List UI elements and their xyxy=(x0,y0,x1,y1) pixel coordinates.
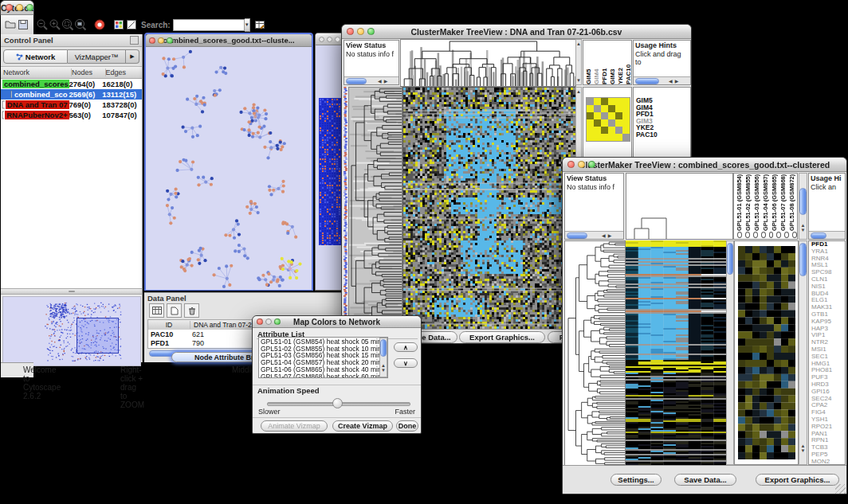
tab-overflow-arrow[interactable]: ▶ xyxy=(126,49,139,64)
close-button[interactable] xyxy=(6,4,13,11)
column-label[interactable]: PAC10 xyxy=(625,41,632,84)
array-label[interactable]: GPL51-08 (GSM872) xyxy=(787,174,796,231)
zoom-button[interactable] xyxy=(335,37,340,42)
array-label[interactable]: GPL51-03 (GSM856) xyxy=(752,174,761,231)
tab-vizmapper[interactable]: VizMapper™ xyxy=(68,49,126,64)
minimize-button[interactable] xyxy=(578,161,585,168)
dialog-titlebar[interactable]: Map Colors to Network xyxy=(253,316,421,328)
help-icon[interactable] xyxy=(93,18,106,33)
minimize-button[interactable] xyxy=(327,37,332,42)
array-label[interactable]: GPL51-01 (GSM854) xyxy=(735,174,744,231)
network-row[interactable]: RNAPuberNov2+ 563(0) 107847(0) xyxy=(1,110,142,120)
zoom-in-icon[interactable] xyxy=(49,18,61,33)
array-label[interactable]: GPL51-02 (GSM855) xyxy=(744,174,752,231)
float-panel-icon[interactable] xyxy=(130,36,139,45)
scroll-up-icon[interactable]: ▲ xyxy=(576,41,581,46)
minimize-button[interactable] xyxy=(158,37,164,44)
minimize-button[interactable] xyxy=(265,318,272,325)
save-data-button[interactable]: Save Data... xyxy=(674,474,736,486)
network-view-titlebar[interactable]: combined_scores_good.txt--cluste... xyxy=(146,34,312,47)
minimize-button[interactable] xyxy=(16,4,23,11)
scroll-down-icon[interactable]: ▼ xyxy=(380,368,387,373)
network-overview[interactable] xyxy=(2,296,141,366)
close-button[interactable] xyxy=(319,37,324,42)
column-label[interactable]: GIM5 xyxy=(585,41,593,84)
treeview1-gene-dendrogram[interactable] xyxy=(348,87,402,330)
scroll-left-icon[interactable]: ◀ xyxy=(602,233,606,238)
dense-network-canvas[interactable] xyxy=(319,98,341,245)
treeview2-detail-heatmap[interactable] xyxy=(738,246,795,459)
settings-button[interactable]: Settings... xyxy=(610,474,662,486)
open-file-icon[interactable] xyxy=(4,18,17,33)
move-up-button[interactable]: ∧ xyxy=(394,342,418,352)
zoom-button[interactable] xyxy=(588,161,595,168)
treeview2-titlebar[interactable]: ClusterMaker TreeView : combined_scores_… xyxy=(563,158,846,172)
network-row[interactable]: combined_scores 2764(0) 16218(0) xyxy=(1,79,142,89)
slider-thumb[interactable] xyxy=(332,398,343,408)
animation-speed-slider[interactable] xyxy=(267,398,409,408)
column-label[interactable]: GIM4 xyxy=(593,41,601,84)
zoom-matrix[interactable] xyxy=(586,97,630,142)
attribute-browser-icon[interactable] xyxy=(253,18,266,33)
column-label[interactable]: YKE2 xyxy=(617,41,625,84)
treeview1-column-dendrogram[interactable] xyxy=(400,39,576,87)
treeview1-header-scroll[interactable]: ▲ ▼ xyxy=(575,39,582,85)
treeview1-selection-strip[interactable] xyxy=(344,87,347,328)
treeview2-heatmap-scrollbar[interactable] xyxy=(726,240,734,465)
zoom-button[interactable] xyxy=(274,318,281,325)
col-nodes[interactable]: Nodes xyxy=(72,68,106,76)
usage-hints-scrollbar[interactable] xyxy=(809,231,845,239)
network-row-selected[interactable]: combined_sco 2569(6) 13112(15) xyxy=(1,89,142,100)
done-button[interactable]: Done xyxy=(396,420,418,432)
annotation-icon[interactable] xyxy=(125,18,138,33)
array-label[interactable]: GPL51-07 (GSM868) xyxy=(779,174,787,231)
treeview2-gene-dendrogram[interactable] xyxy=(564,240,626,467)
resize-grip[interactable] xyxy=(835,484,846,494)
network-canvas[interactable] xyxy=(146,47,312,290)
zoom-button[interactable] xyxy=(367,28,375,35)
export-graphics-button[interactable]: Export Graphics... xyxy=(756,474,839,486)
treeview1-global-heatmap[interactable] xyxy=(402,87,577,330)
table-view-icon[interactable] xyxy=(149,303,164,318)
zoom-fit-icon[interactable] xyxy=(74,18,87,33)
scroll-right-icon[interactable]: ▶ xyxy=(384,79,388,84)
vizmapper-icon[interactable] xyxy=(112,18,125,33)
zoom-region-icon[interactable] xyxy=(61,18,74,33)
gene-label[interactable]: MON2 xyxy=(809,459,845,465)
animate-vizmap-button[interactable]: Animate Vizmap xyxy=(261,420,328,432)
treeview2-gene-scrollbar[interactable]: ▲ ▼ xyxy=(799,240,807,465)
trash-icon[interactable] xyxy=(184,303,199,318)
close-button[interactable] xyxy=(347,28,354,35)
col-edges[interactable]: Edges xyxy=(106,68,142,76)
column-label[interactable]: GIM3 xyxy=(609,41,617,84)
zoom-button[interactable] xyxy=(26,4,33,11)
search-input[interactable] xyxy=(173,19,245,31)
array-label[interactable]: GPL51-04 (GSM857) xyxy=(761,174,770,231)
scroll-right-icon[interactable]: ▶ xyxy=(608,233,612,238)
treeview2-header-scrollbar[interactable]: ▲ ▼ xyxy=(799,173,807,240)
usage-hints-scrollbar[interactable]: ◀ ▶ xyxy=(634,76,690,84)
view-status-scrollbar[interactable]: ◀ ▶ xyxy=(565,231,623,239)
attribute-item[interactable]: GPL51-07 (GSM868) heat shock 60 min xyxy=(261,373,386,378)
scroll-down-icon[interactable]: ▼ xyxy=(799,448,807,453)
attribute-list-scrollbar[interactable]: ▲ ▼ xyxy=(379,338,387,377)
scroll-left-icon[interactable]: ◀ xyxy=(378,79,382,84)
move-down-button[interactable]: ∨ xyxy=(394,358,418,368)
col-network[interactable]: Network xyxy=(1,68,72,76)
search-dropdown-arrow[interactable]: ▼ xyxy=(245,18,250,32)
minimize-button[interactable] xyxy=(357,28,364,35)
panel-divider[interactable] xyxy=(1,288,142,295)
scroll-up-icon[interactable]: ▲ xyxy=(576,89,581,94)
network-row[interactable]: DNA and Tran 07 769(0) 183728(0) xyxy=(1,100,142,110)
treeview1-titlebar[interactable]: ClusterMaker TreeView : DNA and Tran 07-… xyxy=(342,25,691,39)
background-window-titlebar[interactable] xyxy=(316,33,344,45)
close-button[interactable] xyxy=(257,318,263,325)
close-button[interactable] xyxy=(149,37,155,44)
treeview2-global-heatmap[interactable] xyxy=(626,240,726,465)
close-button[interactable] xyxy=(567,161,575,168)
create-vizmap-button[interactable]: Create Vizmap xyxy=(332,420,393,432)
scroll-left-icon[interactable]: ◀ xyxy=(669,79,673,84)
cytoscape-titlebar[interactable]: Cytoscape Desktop (Session Name: collins… xyxy=(1,1,33,15)
view-status-scrollbar[interactable]: ◀ ▶ xyxy=(344,76,398,84)
export-graphics-button[interactable]: Export Graphics... xyxy=(459,331,545,343)
